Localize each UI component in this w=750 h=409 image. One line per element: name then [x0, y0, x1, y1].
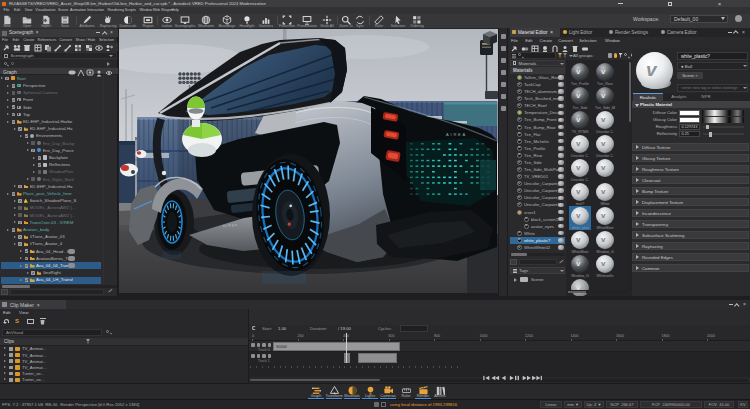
svg-text:AIREA: AIREA	[446, 132, 467, 137]
